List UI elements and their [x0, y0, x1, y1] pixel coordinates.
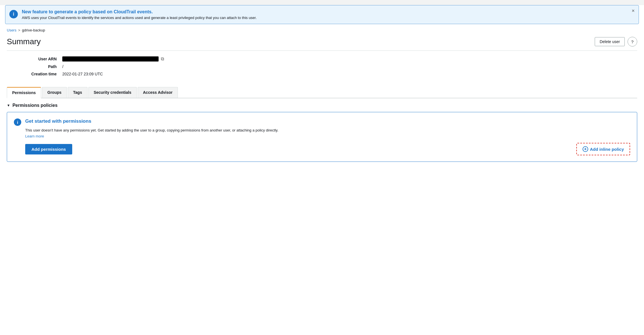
path-label: Path: [17, 64, 57, 69]
page-wrapper: i New feature to generate a policy based…: [0, 5, 644, 335]
banner-icon: i: [9, 10, 18, 18]
add-permissions-button[interactable]: Add permissions: [25, 144, 72, 154]
breadcrumb-users-link[interactable]: Users: [7, 28, 16, 32]
tab-groups[interactable]: Groups: [42, 87, 67, 98]
permissions-box-header: i Get started with permissions: [14, 118, 630, 126]
permissions-section: ▼ Permissions policies i Get started wit…: [0, 98, 644, 166]
delete-user-button[interactable]: Delete user: [595, 37, 625, 46]
tab-permissions[interactable]: Permissions: [7, 87, 41, 98]
copy-arn-icon[interactable]: ⧉: [161, 56, 164, 62]
help-button[interactable]: ?: [628, 37, 637, 46]
page-header: Summary Delete user ?: [0, 34, 644, 50]
banner-title: New feature to generate a policy based o…: [22, 9, 257, 14]
info-banner: i New feature to generate a policy based…: [5, 5, 639, 24]
permissions-info-icon: i: [14, 118, 21, 126]
tabs: Permissions Groups Tags Security credent…: [7, 87, 637, 98]
page-title: Summary: [7, 37, 41, 46]
plus-circle-icon: +: [583, 146, 588, 152]
learn-more-link[interactable]: Learn more: [14, 134, 630, 138]
creation-label: Creation time: [17, 72, 57, 76]
tabs-container: Permissions Groups Tags Security credent…: [0, 87, 644, 98]
tab-access-advisor[interactable]: Access Advisor: [138, 87, 178, 98]
permissions-box-title: Get started with permissions: [25, 118, 91, 124]
banner-close-button[interactable]: ×: [632, 8, 635, 13]
breadcrumb: Users > gdrive-backup: [0, 24, 644, 34]
permissions-box: i Get started with permissions This user…: [7, 112, 637, 162]
path-row: Path /: [17, 64, 637, 69]
section-header: ▼ Permissions policies: [7, 103, 637, 108]
tab-tags[interactable]: Tags: [68, 87, 88, 98]
section-title: Permissions policies: [12, 103, 57, 108]
arn-row: User ARN ⧉: [17, 56, 637, 62]
breadcrumb-current: gdrive-backup: [22, 28, 45, 32]
banner-content: New feature to generate a policy based o…: [22, 9, 257, 20]
tab-security-credentials[interactable]: Security credentials: [88, 87, 137, 98]
permissions-box-body: This user doesn't have any permissions y…: [14, 128, 630, 132]
breadcrumb-separator: >: [18, 28, 20, 32]
arn-label: User ARN: [17, 57, 57, 61]
arn-redacted: [62, 56, 159, 62]
banner-body: AWS uses your CloudTrail events to ident…: [22, 16, 257, 20]
arn-value: ⧉: [62, 56, 164, 62]
user-details: User ARN ⧉ Path / Creation time 2022-01-…: [0, 51, 644, 85]
section-collapse-icon[interactable]: ▼: [7, 103, 10, 107]
header-actions: Delete user ?: [595, 37, 637, 46]
permissions-actions: Add permissions + Add inline policy: [14, 143, 630, 155]
creation-value: 2022-01-27 23:09 UTC: [62, 72, 103, 76]
add-inline-label: Add inline policy: [590, 147, 624, 152]
add-inline-policy-button[interactable]: + Add inline policy: [576, 143, 630, 155]
creation-row: Creation time 2022-01-27 23:09 UTC: [17, 72, 637, 76]
path-value: /: [62, 64, 63, 69]
